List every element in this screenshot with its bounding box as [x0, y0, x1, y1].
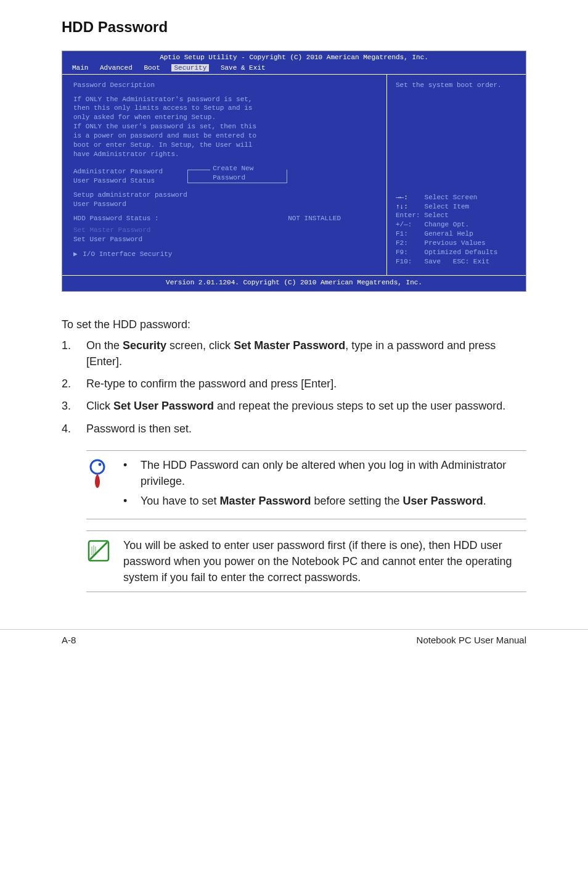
svg-point-1: [99, 463, 102, 466]
bios-pwdesc-line: If ONLY the user's password is set, then…: [73, 122, 378, 131]
tip-text: .: [483, 495, 486, 507]
bios-pwdesc-line: have Administrator rights.: [73, 150, 378, 159]
body-intro: To set the HDD password:: [62, 316, 526, 332]
step-text: Password is then set.: [86, 421, 526, 437]
tip-text: You have to set: [141, 495, 219, 507]
bios-nav-item: Select Screen: [425, 194, 478, 201]
page-title: HDD Password: [62, 19, 526, 36]
list-number: 1.: [62, 337, 86, 369]
list-item: 4. Password is then set.: [62, 421, 526, 437]
bios-nav-key: F2:: [396, 239, 420, 248]
list-number: 2.: [62, 376, 86, 392]
bios-hdd-pw-value: NOT INSTALLED: [288, 214, 341, 223]
bios-topline: Aptio Setup Utility - Copyright (C) 2010…: [62, 51, 526, 62]
bios-pwdesc-line: boot or enter Setup. In Setup, the User …: [73, 141, 378, 150]
arrows-lr-icon: →←:: [396, 193, 420, 202]
list-item: 3. Click Set User Password and repeat th…: [62, 398, 526, 414]
bios-right-pane: Set the system boot order. →←: Select Sc…: [387, 75, 526, 276]
bios-nav-key: +/—:: [396, 220, 420, 229]
bios-box: Aptio Setup Utility - Copyright (C) 2010…: [62, 51, 526, 292]
footer-right: Notebook PC User Manual: [417, 635, 526, 645]
bios-nav-item: General Help: [425, 230, 473, 237]
list-number: 4.: [62, 421, 86, 437]
bullet-icon: •: [123, 457, 141, 489]
bios-nav-keys: →←: Select Screen ↑↓: Select Item Enter:…: [396, 193, 520, 266]
bios-pwdesc-line: If ONLY the Administrator's password is …: [73, 95, 378, 104]
bios-nav-key: F1:: [396, 229, 420, 239]
svg-point-0: [91, 460, 104, 474]
bios-menu-saveexit: Save & Exit: [221, 64, 266, 72]
bios-setup-admin-pw: Setup administrator password: [73, 191, 378, 200]
bios-pwdesc-line: is a power on password and must be enter…: [73, 131, 378, 141]
note-callout: You will be asked to enter user password…: [86, 530, 526, 592]
list-item: 1. On the Security screen, click Set Mas…: [62, 337, 526, 369]
bios-menu-security: Security: [171, 64, 209, 72]
bios-nav-item: Change Opt.: [425, 221, 470, 228]
bios-pwdesc-title: Password Description: [73, 81, 378, 90]
bios-right-hint: Set the system boot order.: [396, 81, 520, 90]
bios-nav-item: Enter: Select: [396, 211, 520, 220]
bios-nav-key: F9:: [396, 248, 420, 257]
step-bold: Security: [123, 339, 166, 352]
bios-set-user: Set User Password: [73, 235, 378, 244]
footer-left: A-8: [62, 635, 76, 645]
arrows-ud-icon: ↑↓:: [396, 202, 420, 212]
bullet-icon: •: [123, 493, 141, 509]
step-text: screen, click: [166, 339, 234, 352]
tip-text: The HDD Password can only be altered whe…: [141, 457, 526, 489]
bios-pwdesc-line: only asked for when entering Setup.: [73, 113, 378, 122]
bios-left-pane: Password Description If ONLY the Adminis…: [62, 75, 387, 276]
tip-text: before setting the: [311, 495, 403, 507]
page-footer: A-8 Notebook PC User Manual: [0, 629, 588, 645]
bios-version: Version 2.01.1204. Copyright (C) 2010 Am…: [62, 275, 526, 291]
bios-nav-item: Select Item: [425, 203, 470, 210]
step-text: Click: [86, 400, 113, 412]
bios-hdd-pw-status: HDD Password Status :: [73, 214, 288, 223]
bios-menu-advanced: Advanced: [100, 64, 133, 72]
body-text: To set the HDD password: 1. On the Secur…: [62, 316, 526, 592]
bios-admin-pw: Administrator Password: [73, 167, 163, 176]
step-bold: Set User Password: [113, 400, 214, 412]
bios-menu: Main Advanced Boot Security Save & Exit: [62, 62, 526, 75]
bios-user-pw: User Password: [73, 200, 378, 209]
bios-nav-item: ESC: Exit: [453, 258, 489, 265]
step-text: Re-type to confirm the password and pres…: [86, 376, 526, 392]
bios-set-master: Set Master Password: [73, 226, 378, 235]
bios-io-interface: ▶ I/O Interface Security: [73, 250, 378, 259]
list-number: 3.: [62, 398, 86, 414]
bios-nav-item: Save: [425, 258, 441, 265]
bios-nav-item: Previous Values: [425, 239, 486, 247]
bios-create-pw-label: Create New Password: [210, 164, 287, 183]
note-icon: [86, 538, 111, 563]
list-item: 2. Re-type to confirm the password and p…: [62, 376, 526, 392]
step-text: On the: [86, 339, 123, 352]
step-bold: Set Master Password: [234, 339, 345, 352]
tip-bold: Master Password: [219, 495, 311, 507]
bios-user-pw-status: User Password Status: [73, 176, 163, 186]
bios-create-pw-box: Create New Password: [187, 170, 287, 183]
bios-nav-item: Optimized Defaults: [425, 249, 498, 256]
bios-menu-main: Main: [72, 64, 88, 72]
bios-io-label: I/O Interface Security: [83, 250, 172, 258]
tip-callout: • The HDD Password can only be altered w…: [86, 450, 526, 519]
bios-nav-key: F10:: [396, 257, 420, 266]
tip-icon: [86, 458, 108, 489]
tip-bold: User Password: [403, 495, 483, 507]
triangle-right-icon: ▶: [73, 250, 78, 258]
bios-menu-boot: Boot: [144, 64, 160, 72]
step-text: and repeat the previous steps to set up …: [214, 400, 505, 412]
note-text: You will be asked to enter user password…: [123, 537, 526, 585]
bios-pwdesc-line: then this only limits access to Setup an…: [73, 104, 378, 113]
